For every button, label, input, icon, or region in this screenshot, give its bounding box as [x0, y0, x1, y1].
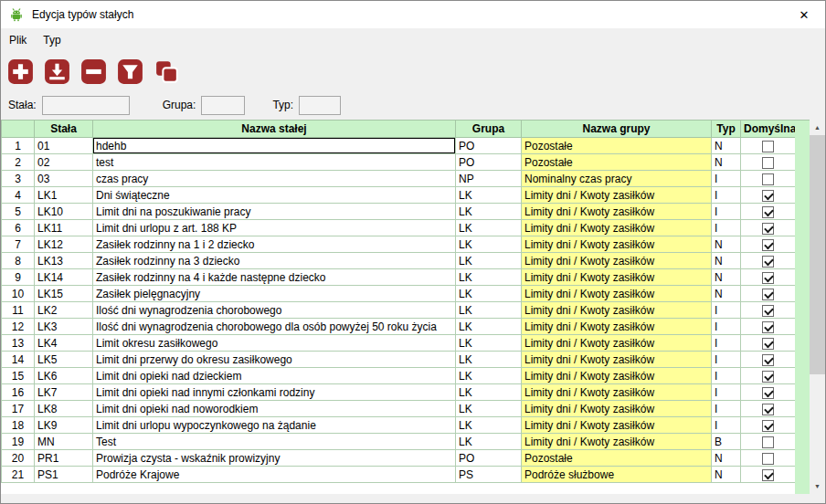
row-number-cell[interactable]: 15	[2, 368, 35, 384]
typ-cell[interactable]: I	[712, 220, 741, 236]
nazwa-grupy-cell[interactable]: Limity dni / Kwoty zasiłków	[522, 302, 712, 319]
row-number-cell[interactable]: 8	[2, 253, 35, 269]
stala-cell[interactable]: LK15	[35, 286, 93, 302]
stala-cell[interactable]: 02	[35, 154, 93, 171]
domyslna-checkbox[interactable]	[762, 256, 774, 268]
domyslna-cell[interactable]	[741, 368, 796, 384]
table-row[interactable]: 4LK1Dni świąteczneLKLimity dni / Kwoty z…	[2, 187, 796, 204]
typ-cell[interactable]: I	[712, 417, 741, 434]
nazwa-grupy-cell[interactable]: Limity dni / Kwoty zasiłków	[522, 335, 712, 352]
nazwa-grupy-cell[interactable]: Pozostałe	[522, 138, 712, 154]
domyslna-checkbox[interactable]	[762, 436, 774, 448]
nazwa-grupy-cell[interactable]: Limity dni / Kwoty zasiłków	[522, 204, 712, 220]
typ-cell[interactable]: N	[712, 253, 741, 269]
domyslna-checkbox[interactable]	[762, 206, 774, 218]
nazwa-grupy-cell[interactable]: Limity dni / Kwoty zasiłków	[522, 253, 712, 269]
nazwa-stalej-cell[interactable]: Limit dni opieki nad noworodkiem	[93, 401, 456, 417]
stala-cell[interactable]: PS1	[35, 467, 93, 483]
grupa-cell[interactable]: LK	[456, 204, 522, 220]
row-number-cell[interactable]: 21	[2, 467, 35, 483]
stala-cell[interactable]: LK13	[35, 253, 93, 269]
domyslna-checkbox[interactable]	[762, 338, 774, 350]
typ-cell[interactable]: I	[712, 171, 741, 187]
close-button[interactable]: ✕	[783, 1, 825, 28]
table-row[interactable]: 10LK15Zasiłek pielęgnacyjnyLKLimity dni …	[2, 286, 796, 302]
stala-cell[interactable]: 01	[35, 138, 93, 154]
stala-cell[interactable]: LK2	[35, 302, 93, 319]
domyslna-cell[interactable]	[741, 171, 796, 187]
nazwa-grupy-cell[interactable]: Limity dni / Kwoty zasiłków	[522, 236, 712, 253]
domyslna-cell[interactable]	[741, 467, 796, 483]
row-number-cell[interactable]: 19	[2, 434, 35, 450]
grupa-cell[interactable]: LK	[456, 384, 522, 401]
nazwa-stalej-cell[interactable]: Zasiłek rodzinny na 1 i 2 dziecko	[93, 236, 456, 253]
nazwa-stalej-cell[interactable]: Limit dni urlopu wypoczynkowego na żądan…	[93, 417, 456, 434]
column-header-stala[interactable]: Stała	[35, 121, 93, 138]
nazwa-stalej-cell[interactable]: Limit dni urlopu z art. 188 KP	[93, 220, 456, 236]
row-number-cell[interactable]: 5	[2, 204, 35, 220]
domyslna-checkbox[interactable]	[762, 190, 774, 202]
domyslna-cell[interactable]	[741, 236, 796, 253]
table-row[interactable]: 9LK14Zasiłek rodzinny na 4 i każde nastę…	[2, 269, 796, 286]
nazwa-grupy-cell[interactable]: Limity dni / Kwoty zasiłków	[522, 286, 712, 302]
domyslna-cell[interactable]	[741, 434, 796, 450]
filter-button[interactable]	[113, 55, 147, 88]
domyslna-checkbox[interactable]	[762, 157, 774, 169]
stala-cell[interactable]: 03	[35, 171, 93, 187]
table-row[interactable]: 12LK3Ilość dni wynagrodzenia chorobowego…	[2, 319, 796, 335]
row-number-cell[interactable]: 18	[2, 417, 35, 434]
row-number-cell[interactable]: 12	[2, 319, 35, 335]
add-button[interactable]	[4, 55, 37, 88]
typ-cell[interactable]: B	[712, 434, 741, 450]
table-row[interactable]: 16LK7Limit dni opieki nad innymi członka…	[2, 384, 796, 401]
table-row[interactable]: 6LK11Limit dni urlopu z art. 188 KPLKLim…	[2, 220, 796, 236]
typ-cell[interactable]: I	[712, 384, 741, 401]
grupa-cell[interactable]: LK	[456, 220, 522, 236]
row-number-cell[interactable]: 9	[2, 269, 35, 286]
nazwa-stalej-cell[interactable]: Zasiłek rodzinny na 3 dziecko	[93, 253, 456, 269]
table-row[interactable]: 14LK5Limit dni przerwy do okresu zasiłko…	[2, 352, 796, 368]
domyslna-cell[interactable]	[741, 335, 796, 352]
domyslna-checkbox[interactable]	[762, 404, 774, 415]
domyslna-cell[interactable]	[741, 220, 796, 236]
nazwa-stalej-cell[interactable]: Limit dni opieki nad innymi członkami ro…	[93, 384, 456, 401]
typ-cell[interactable]: N	[712, 467, 741, 483]
domyslna-cell[interactable]	[741, 417, 796, 434]
row-number-cell[interactable]: 7	[2, 236, 35, 253]
table-row[interactable]: 5LK10Limit dni na poszukiwanie pracyLKLi…	[2, 204, 796, 220]
grupa-cell[interactable]: LK	[456, 269, 522, 286]
nazwa-stalej-cell[interactable]: Prowizja czysta - wskaźnik prowizyjny	[93, 450, 456, 467]
menu-item-plik[interactable]: Plik	[1, 29, 35, 51]
stala-cell[interactable]: LK9	[35, 417, 93, 434]
grupa-cell[interactable]: LK	[456, 401, 522, 417]
domyslna-cell[interactable]	[741, 384, 796, 401]
domyslna-cell[interactable]	[741, 187, 796, 204]
nazwa-grupy-cell[interactable]: Limity dni / Kwoty zasiłków	[522, 434, 712, 450]
nazwa-stalej-cell[interactable]: Limit dni przerwy do okresu zasiłkowego	[93, 352, 456, 368]
domyslna-cell[interactable]	[741, 138, 796, 154]
stala-cell[interactable]: LK4	[35, 335, 93, 352]
stala-cell[interactable]: LK5	[35, 352, 93, 368]
column-header-nazwa-stalej[interactable]: Nazwa stałej	[93, 121, 456, 138]
nazwa-stalej-cell[interactable]: Limit dni opieki nad dzieckiem	[93, 368, 456, 384]
stala-cell[interactable]: LK1	[35, 187, 93, 204]
typ-cell[interactable]: N	[712, 286, 741, 302]
typ-cell[interactable]: N	[712, 138, 741, 154]
table-row[interactable]: 202testPOPozostałeN	[2, 154, 796, 171]
typ-cell[interactable]: N	[712, 450, 741, 467]
grupa-cell[interactable]: PO	[456, 154, 522, 171]
stala-input[interactable]	[42, 96, 130, 115]
row-number-cell[interactable]: 20	[2, 450, 35, 467]
scroll-thumb[interactable]	[810, 135, 825, 374]
stala-cell[interactable]: LK6	[35, 368, 93, 384]
grupa-cell[interactable]: PS	[456, 467, 522, 483]
table-row[interactable]: 19MNTestLKLimity dni / Kwoty zasiłkówB	[2, 434, 796, 450]
nazwa-stalej-cell[interactable]: Ilość dni wynagrodzenia chorobowego	[93, 302, 456, 319]
domyslna-checkbox[interactable]	[762, 289, 774, 300]
nazwa-grupy-cell[interactable]: Limity dni / Kwoty zasiłków	[522, 352, 712, 368]
typ-cell[interactable]: I	[712, 368, 741, 384]
column-header-grupa[interactable]: Grupa	[456, 121, 522, 138]
domyslna-cell[interactable]	[741, 352, 796, 368]
grupa-cell[interactable]: LK	[456, 417, 522, 434]
nazwa-grupy-cell[interactable]: Podróże służbowe	[522, 467, 712, 483]
